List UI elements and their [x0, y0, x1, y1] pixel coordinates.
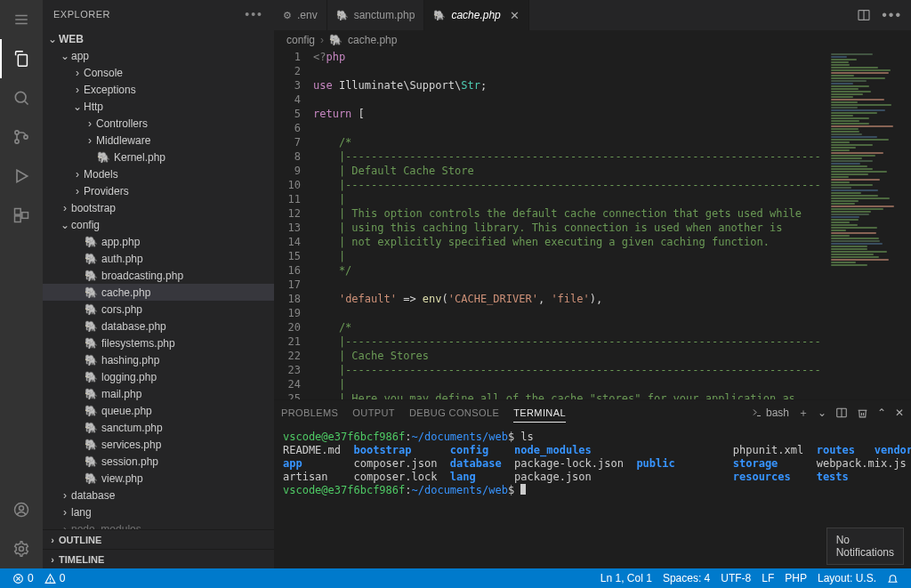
close-icon[interactable]: ✕: [510, 9, 520, 22]
folder-exceptions[interactable]: ›Exceptions: [43, 81, 274, 98]
folder-node-modules[interactable]: ›node_modules: [43, 520, 274, 529]
file-database-php[interactable]: 🐘database.php: [43, 318, 274, 334]
extensions-activity[interactable]: [0, 196, 43, 235]
code-editor[interactable]: 1234567891011121314151617181920212223242…: [274, 50, 826, 399]
file-cache-php[interactable]: 🐘cache.php: [43, 284, 274, 301]
file-broadcasting-php[interactable]: 🐘broadcasting.php: [43, 267, 274, 284]
php-icon: 🐘: [336, 10, 349, 21]
search-activity[interactable]: [0, 78, 43, 117]
panel-tab-problems[interactable]: PROBLEMS: [281, 404, 338, 422]
settings-button[interactable]: [0, 529, 43, 568]
workspace-root[interactable]: ⌄WEB: [43, 30, 274, 47]
svg-point-3: [15, 92, 26, 102]
accounts-button[interactable]: [0, 490, 43, 529]
folder-lang[interactable]: ›lang: [43, 503, 274, 520]
file-app-php[interactable]: 🐘app.php: [43, 233, 274, 250]
file-queue-php[interactable]: 🐘queue.php: [43, 402, 274, 419]
status-spaces[interactable]: Spaces: 4: [657, 568, 715, 588]
svg-rect-10: [15, 216, 21, 222]
bottom-panel: PROBLEMS OUTPUT DEBUG CONSOLE TERMINAL b…: [274, 399, 911, 568]
timeline-section[interactable]: ›TIMELINE: [43, 549, 274, 568]
file-kernel-php[interactable]: 🐘Kernel.php: [43, 149, 274, 165]
status-errors[interactable]: 0: [7, 568, 39, 588]
file-view-php[interactable]: 🐘view.php: [43, 470, 274, 487]
tab-env[interactable]: ⚙.env: [274, 0, 327, 30]
svg-point-6: [15, 140, 19, 143]
maximize-panel-button[interactable]: ⌃: [877, 407, 886, 419]
panel-tab-debug[interactable]: DEBUG CONSOLE: [409, 404, 499, 422]
explorer-more-button[interactable]: •••: [245, 7, 263, 21]
file-sanctum-php[interactable]: 🐘sanctum.php: [43, 419, 274, 436]
status-encoding[interactable]: UTF-8: [715, 568, 756, 588]
breadcrumb[interactable]: config› 🐘 cache.php: [274, 30, 911, 50]
php-icon: 🐘: [96, 151, 110, 164]
kill-terminal-button[interactable]: [857, 407, 868, 419]
folder-console[interactable]: ›Console: [43, 64, 274, 81]
file-hashing-php[interactable]: 🐘hashing.php: [43, 351, 274, 368]
svg-point-13: [20, 506, 24, 511]
svg-rect-11: [22, 213, 28, 219]
file-auth-php[interactable]: 🐘auth.php: [43, 250, 274, 267]
folder-providers[interactable]: ›Providers: [43, 182, 274, 199]
file-mail-php[interactable]: 🐘mail.php: [43, 385, 274, 402]
scm-activity[interactable]: [0, 117, 43, 157]
tab-cache[interactable]: 🐘cache.php✕: [424, 0, 528, 30]
php-icon: 🐘: [84, 388, 98, 400]
editor-more-button[interactable]: •••: [882, 7, 902, 23]
new-terminal-button[interactable]: ＋: [798, 406, 809, 421]
php-icon: 🐘: [84, 422, 98, 434]
status-bar: 0 0 Ln 1, Col 1 Spaces: 4 UTF-8 LF PHP L…: [0, 568, 911, 588]
file-services-php[interactable]: 🐘services.php: [43, 436, 274, 453]
outline-section[interactable]: ›OUTLINE: [43, 529, 274, 549]
php-icon: 🐘: [84, 405, 98, 417]
status-eol[interactable]: LF: [756, 568, 779, 588]
menu-button[interactable]: [0, 0, 43, 39]
folder-middleware[interactable]: ›Middleware: [43, 132, 274, 149]
debug-activity[interactable]: [0, 157, 43, 196]
status-ln-col[interactable]: Ln 1, Col 1: [595, 568, 657, 588]
minimap[interactable]: [826, 50, 911, 399]
folder-models[interactable]: ›Models: [43, 165, 274, 182]
status-notifications[interactable]: [882, 568, 904, 588]
php-icon: 🐘: [84, 472, 98, 485]
split-terminal-button[interactable]: [835, 407, 848, 419]
php-icon: 🐘: [84, 236, 98, 248]
panel-tab-output[interactable]: OUTPUT: [352, 404, 395, 422]
folder-bootstrap[interactable]: ›bootstrap: [43, 199, 274, 216]
tab-sanctum[interactable]: 🐘sanctum.php: [327, 0, 425, 30]
sidebar-title: EXPLORER: [53, 9, 110, 20]
svg-point-24: [50, 581, 51, 582]
php-icon: 🐘: [84, 286, 98, 299]
status-warnings[interactable]: 0: [39, 568, 71, 588]
split-editor-button[interactable]: [857, 8, 871, 22]
status-layout[interactable]: Layout: U.S.: [812, 568, 882, 588]
svg-line-4: [25, 101, 28, 105]
editor-group: ⚙.env 🐘sanctum.php 🐘cache.php✕ ••• confi…: [274, 0, 911, 568]
folder-controllers[interactable]: ›Controllers: [43, 115, 274, 132]
folder-config[interactable]: ⌄config: [43, 216, 274, 233]
file-filesystems-php[interactable]: 🐘filesystems.php: [43, 334, 274, 351]
explorer-sidebar: EXPLORER ••• ⌄WEB ⌄app ›Console ›Excepti…: [43, 0, 274, 568]
close-panel-button[interactable]: ✕: [895, 407, 904, 419]
status-language[interactable]: PHP: [779, 568, 812, 588]
folder-app[interactable]: ⌄app: [43, 47, 274, 64]
terminal[interactable]: vscode@e37f6bcf986f:~/documents/web$ ls …: [274, 425, 911, 568]
explorer-activity[interactable]: [0, 39, 43, 78]
notifications-toast[interactable]: NoNotifications: [826, 528, 904, 565]
tab-bar: ⚙.env 🐘sanctum.php 🐘cache.php✕ •••: [274, 0, 911, 30]
svg-point-14: [20, 547, 24, 552]
php-icon: 🐘: [84, 371, 98, 383]
activity-bar: [0, 0, 43, 568]
php-icon: 🐘: [84, 439, 98, 451]
folder-http[interactable]: ⌄Http: [43, 98, 274, 115]
file-logging-php[interactable]: 🐘logging.php: [43, 368, 274, 385]
terminal-profile[interactable]: bash: [752, 407, 789, 419]
php-icon: 🐘: [329, 34, 343, 46]
php-icon: 🐘: [84, 270, 98, 282]
terminal-dropdown[interactable]: ⌄: [818, 407, 826, 419]
php-icon: 🐘: [433, 10, 446, 21]
file-cors-php[interactable]: 🐘cors.php: [43, 301, 274, 318]
file-session-php[interactable]: 🐘session.php: [43, 453, 274, 470]
panel-tab-terminal[interactable]: TERMINAL: [513, 404, 566, 423]
folder-database[interactable]: ›database: [43, 487, 274, 503]
